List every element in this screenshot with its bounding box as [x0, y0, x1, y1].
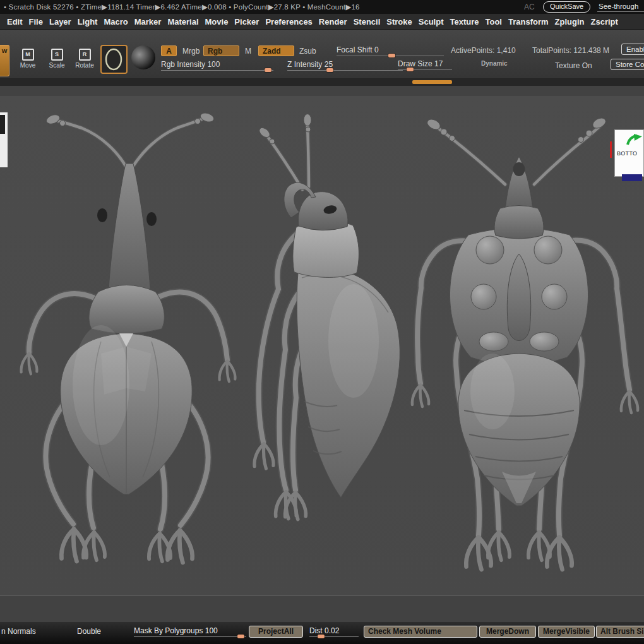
move-mode-button[interactable]: M Move	[14, 49, 42, 69]
merge-visible-button[interactable]: MergeVisible	[538, 626, 595, 638]
shelf-strip	[0, 77, 644, 86]
rgb-slider-button[interactable]: Rgb	[203, 45, 239, 56]
rgb-intensity-track	[161, 70, 273, 71]
timeline-progress-bar[interactable]	[412, 80, 452, 84]
mask-track	[134, 636, 246, 637]
scale-icon: S	[51, 49, 63, 61]
move-icon: M	[22, 49, 34, 61]
texture-on-label[interactable]: Texture On	[555, 61, 592, 70]
focal-shift-label: Focal Shift	[337, 45, 373, 54]
see-through-slider-track[interactable]	[597, 11, 644, 12]
rotate-label: Rotate	[71, 62, 98, 69]
menu-file[interactable]: File	[26, 17, 46, 27]
see-through-slider-label[interactable]: See-through	[599, 3, 638, 10]
menu-stroke[interactable]: Stroke	[383, 17, 415, 27]
z-intensity-label: Z Intensity	[287, 60, 322, 69]
menu-marker[interactable]: Marker	[131, 17, 165, 27]
rgb-intensity-slider[interactable]: Rgb Intensity 100	[161, 60, 273, 73]
material-sphere-button[interactable]	[131, 45, 155, 69]
menu-light[interactable]: Light	[75, 17, 101, 27]
scale-mode-button[interactable]: S Scale	[43, 49, 71, 69]
normals-label-cropped[interactable]: n Normals	[1, 627, 36, 636]
rotate-mode-button[interactable]: R Rotate	[71, 49, 98, 69]
cropped-left-panel-icon	[0, 115, 5, 134]
menu-material[interactable]: Material	[164, 17, 201, 27]
dist-track	[309, 636, 359, 637]
move-label: Move	[14, 62, 42, 69]
mask-by-polygroups-slider[interactable]: Mask By Polygroups 100	[134, 626, 246, 639]
mrgb-label[interactable]: Mrgb	[182, 47, 200, 56]
z-intensity-slider[interactable]: Z Intensity 25	[287, 60, 403, 73]
dynamic-label[interactable]: Dynamic	[481, 60, 508, 67]
bottom-view-thumbnail[interactable]: BOTTO	[614, 129, 644, 177]
thumbnail-blue-bar	[622, 174, 642, 181]
focal-shift-notch[interactable]	[388, 54, 395, 57]
beetle-model-render[interactable]	[0, 86, 644, 622]
rgb-intensity-notch[interactable]	[265, 68, 271, 72]
draw-size-notch[interactable]	[407, 68, 414, 71]
current-brush-button[interactable]	[100, 45, 128, 74]
check-mesh-volume-button[interactable]: Check Mesh Volume	[364, 626, 477, 638]
menu-edit[interactable]: Edit	[4, 17, 26, 27]
z-intensity-track	[287, 70, 403, 71]
ac-label: AC	[524, 3, 535, 11]
status-info: • Scratch Disk 52276 • ZTime▶1181.14 Tim…	[4, 3, 360, 11]
m-label[interactable]: M	[245, 47, 251, 56]
menu-transform[interactable]: Transform	[505, 17, 552, 27]
bottom-shelf: n Normals Double Mask By Polygroups 100 …	[0, 622, 644, 644]
menu-picker[interactable]: Picker	[231, 17, 262, 27]
title-bar: • Scratch Disk 52276 • ZTime▶1181.14 Tim…	[0, 0, 644, 14]
menu-zplugin[interactable]: Zplugin	[552, 17, 588, 27]
thumbnail-label: BOTTO	[617, 150, 637, 157]
model-lateral-view	[254, 114, 400, 520]
dist-slider[interactable]: Dist 0.02	[309, 626, 359, 639]
z-intensity-value: 25	[325, 60, 333, 69]
draw-size-value: 17	[434, 59, 443, 68]
dist-notch[interactable]	[318, 635, 325, 638]
menu-macro[interactable]: Macro	[100, 17, 131, 27]
menu-render[interactable]: Render	[316, 17, 350, 27]
sculpt-canvas[interactable]: BOTTO	[0, 86, 644, 622]
menu-bar: Edit File Layer Light Macro Marker Mater…	[0, 14, 644, 30]
model-ventral-view	[412, 116, 638, 569]
quicksave-button[interactable]: QuickSave	[543, 1, 590, 13]
menu-texture[interactable]: Texture	[446, 17, 482, 27]
dist-value: 0.02	[325, 626, 339, 635]
merge-down-button[interactable]: MergeDown	[479, 626, 536, 638]
alt-brush-size-button-cropped[interactable]: Alt Brush Size	[596, 626, 644, 638]
zsub-label[interactable]: Zsub	[299, 47, 316, 56]
draw-size-slider[interactable]: Draw Size 17	[398, 59, 452, 72]
total-points-stat: TotalPoints: 121.438 M	[532, 46, 609, 55]
export-arrow-icon	[626, 134, 643, 146]
menu-layer[interactable]: Layer	[46, 17, 75, 27]
active-points-stat: ActivePoints: 1,410	[451, 46, 516, 55]
double-label[interactable]: Double	[77, 627, 101, 636]
menu-movie[interactable]: Movie	[202, 17, 232, 27]
enable-custom-button-cropped[interactable]: Enable C	[621, 44, 644, 55]
menu-sculpt[interactable]: Sculpt	[415, 17, 447, 27]
cropped-left-panel[interactable]	[0, 112, 8, 167]
focal-shift-slider[interactable]: Focal Shift 0	[337, 45, 444, 58]
zadd-toggle[interactable]: Zadd	[258, 45, 294, 56]
project-all-button[interactable]: ProjectAll	[249, 626, 303, 638]
mask-notch[interactable]	[237, 635, 244, 638]
menu-tool[interactable]: Tool	[482, 17, 504, 27]
lasso-brush-icon	[102, 46, 126, 73]
menu-zscript[interactable]: Zscript	[587, 17, 621, 27]
mask-by-polygroups-label: Mask By Polygroups	[134, 626, 203, 635]
draw-mode-button-cropped[interactable]: w	[0, 45, 9, 76]
model-dorsal-view	[21, 111, 236, 563]
draw-size-label: Draw Size	[398, 59, 432, 68]
scale-label: Scale	[43, 62, 71, 69]
draw-size-track	[398, 69, 452, 70]
mrgb-toggle[interactable]: A	[161, 45, 177, 56]
rotate-icon: R	[79, 49, 91, 61]
focal-shift-value: 0	[374, 45, 379, 54]
menu-stencil[interactable]: Stencil	[350, 17, 384, 27]
menu-preferences[interactable]: Preferences	[262, 17, 315, 27]
rgb-intensity-label: Rgb Intensity	[161, 60, 205, 69]
z-intensity-notch[interactable]	[326, 68, 333, 72]
top-shelf: w M Move S Scale R Rotate A Mrgb Rgb M Z…	[0, 30, 644, 77]
store-config-button-cropped[interactable]: Store Co	[611, 59, 644, 70]
rgb-intensity-value: 100	[207, 60, 220, 69]
